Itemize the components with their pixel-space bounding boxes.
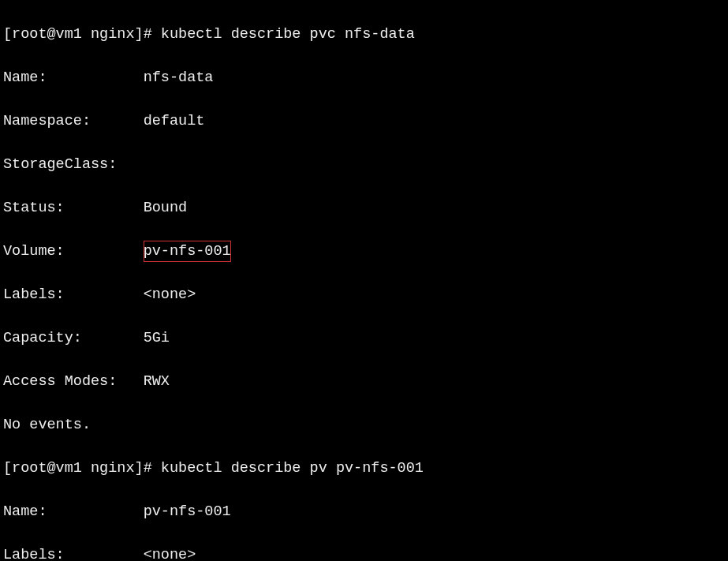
cmd-line-2: [root@vm1 nginx]# kubectl describe pv pv…: [3, 458, 725, 480]
prompt-2: [root@vm1 nginx]#: [3, 460, 152, 477]
kv-row: Capacity: 5Gi: [3, 327, 725, 350]
highlight-volume: pv-nfs-001: [144, 241, 231, 263]
terminal-output[interactable]: [root@vm1 nginx]# kubectl describe pvc n…: [0, 0, 728, 561]
kv-row: Status: Bound: [3, 197, 725, 219]
prompt-1: [root@vm1 nginx]#: [3, 26, 152, 43]
kv-row: StorageClass:: [3, 154, 725, 176]
kv-row: Labels: <none>: [3, 544, 725, 562]
command-1: kubectl describe pvc nfs-data: [161, 26, 415, 43]
kv-row: Name: nfs-data: [3, 67, 725, 89]
command-2: kubectl describe pv pv-nfs-001: [161, 460, 424, 477]
cmd-line-1: [root@vm1 nginx]# kubectl describe pvc n…: [3, 24, 725, 46]
kv-row: Labels: <none>: [3, 284, 725, 306]
output-line: No events.: [3, 414, 725, 436]
kv-row: Name: pv-nfs-001: [3, 501, 725, 523]
kv-row-volume: Volume: pv-nfs-001: [3, 241, 725, 263]
kv-row: Namespace: default: [3, 110, 725, 133]
kv-row: Access Modes: RWX: [3, 371, 725, 393]
